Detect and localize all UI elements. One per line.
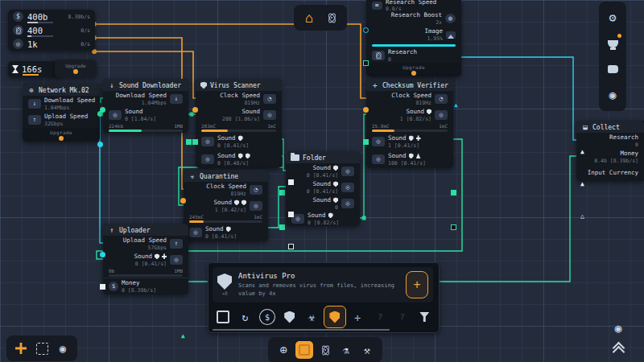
recenter-button[interactable]: ◉ [55,340,71,356]
locked-slot[interactable]: ? [369,306,390,327]
tools-tab[interactable]: ⚒ [358,341,376,359]
research-speed-label: Research Speed [386,0,436,6]
sound-output-port[interactable] [186,139,192,145]
research-output-port[interactable]: ▲ [452,102,460,109]
collapse-button[interactable] [609,341,628,359]
lab-tab[interactable]: ⚗ [337,341,355,359]
sound-file-icon: ◎ [341,167,354,176]
research-tab[interactable] [316,341,334,359]
cycle-progress: 25.9mC 1mC [366,123,453,133]
sync-icon[interactable]: ↻ [235,306,256,327]
research-upgrade-button[interactable]: Upgrade [366,63,461,76]
home-button[interactable]: ⌂ [300,9,318,27]
shield-icon [200,82,207,89]
image-input-port[interactable] [363,60,369,66]
move-icon [15,343,27,354]
filter-icon[interactable] [414,306,435,327]
antivirus-pro-slot[interactable] [324,306,346,328]
sound-input-port[interactable] [192,139,198,145]
money-icon: $ [13,11,23,22]
view-switcher: ⌂ [294,5,347,31]
sound-file-icon: ◎ [341,183,354,192]
node-collect[interactable]: ⬓Collect ▲ Research0 ▲ Money0.4b [8.39b/… [576,121,644,181]
shield-virus-icon[interactable] [279,306,300,327]
sound-infected-output-port[interactable] [279,224,285,230]
research-input-port[interactable]: ▲ [579,149,586,155]
money-item-icon[interactable]: $ [259,309,275,325]
folder-input-port-2[interactable] [288,212,294,217]
shield-tag-icon [409,135,414,141]
folder-input-port-1[interactable] [288,179,294,185]
sound-clean-output-port[interactable] [279,190,285,195]
cycle-progress: 245mC 1mC [184,214,268,224]
sound-input-port[interactable] [363,139,369,145]
clock-icon: ◔ [250,185,262,195]
clock-input-port[interactable] [180,198,186,204]
node-title: Folder [303,154,326,162]
money-value: 400b [27,12,47,22]
currency-input-port[interactable]: △ [579,213,586,220]
resource-panel: $ 400b 8.39b/s 400 0/s ◎ 1k 0/s [8,10,95,51]
sound-file-icon: ◎ [263,110,276,120]
resource-upgrade-button[interactable]: Upgrade [55,60,97,77]
node-virus-scanner[interactable]: Virus Scanner Clock Speed819Hz ◔ Sound20… [196,79,282,168]
settings-button[interactable]: ⚙ [601,6,624,29]
corrupt-output-port[interactable] [451,224,456,230]
shield-tag-icon [226,226,231,232]
timer-panel: 166s [8,61,60,77]
select-tool-button[interactable] [34,340,50,356]
node-network[interactable]: ⊕Network Mk.02 ↓ Download Speed1.04Mbps … [23,84,100,142]
cpu-chip-icon[interactable] [213,306,233,327]
puzzle-tag-icon [162,253,167,259]
node-quarantine[interactable]: ☣Quarantine Clock Speed819Hz ◔ Sound 1 [… [184,170,268,241]
network-tab[interactable]: ⊕ [275,341,292,359]
achievements-button[interactable] [601,32,624,55]
clock-input-port[interactable] [192,107,198,113]
biohazard-icon[interactable]: ☣ [302,306,323,327]
research-progress [366,43,461,48]
shop-scrollbar[interactable] [213,329,390,331]
node-title: Uploader [119,227,151,234]
research-rate: 0/s [80,27,90,34]
target-button[interactable]: ◉ [601,84,624,106]
shield-tag-icon [328,212,333,218]
money-output-port[interactable]: ▲ [180,333,187,339]
download-input-port[interactable] [100,107,105,113]
network-upgrade-button[interactable]: Upgrade [23,128,100,142]
node-folder[interactable]: Folder Sound 0 [0.41/s] ◎ Sound 0 [0.41/… [286,151,360,226]
sound-file-icon: ◎ [201,137,214,146]
coin-icon [59,136,64,141]
game-canvas[interactable]: $ 400b 8.39b/s 400 0/s ◎ 1k 0/s 166s Upg… [0,0,644,362]
locate-button[interactable]: ◉ [609,319,628,338]
shield-tag-icon [155,253,159,259]
research-boost-input-port[interactable] [363,27,369,33]
buy-button[interactable]: + [406,271,428,298]
atom-icon [372,51,385,60]
upload-speed-input-port[interactable] [100,252,105,257]
factory-tab-selected[interactable] [295,341,313,359]
upgrade-label: Upgrade [402,64,425,70]
codex-button[interactable] [601,58,624,80]
verified-output-port[interactable] [451,190,456,195]
research-station-panel[interactable]: ≡ Research Speed 0.0/s Research Boost 2x… [366,0,461,76]
bottom-dock: ⊕ ⚗ ⚒ [268,337,382,362]
clock-input-port[interactable] [363,107,369,113]
money-input-port[interactable]: ▲ [579,181,586,187]
node-uploader[interactable]: ↑Uploader Upload Speed57Gbps ↑ Sound 0 [… [103,224,188,294]
shop-item-title: Antivirus Pro [238,272,399,281]
data-resource: ◎ 1k 0/s [8,37,95,51]
research-view-button[interactable] [323,9,341,27]
notification-dot [617,34,621,38]
locked-slot[interactable]: ? [392,306,413,327]
node-title: Quarantine [200,173,238,180]
sound-input-port[interactable] [100,284,105,290]
shop-tray: ↻ $ ☣ ✛ ? ? [213,306,435,328]
shield-tag-icon [333,197,338,203]
node-sound-downloader[interactable]: ↓Sound Downloader Download Speed1.04Mbps… [103,79,188,133]
biohazard-icon: ☣ [188,172,196,180]
folder-input-port-3[interactable] [288,244,294,249]
puzzle-icon[interactable]: ✛ [348,306,369,327]
pan-tool-button[interactable] [13,340,29,356]
upload-output-port[interactable] [97,142,103,147]
node-checksum-verifier[interactable]: ✛Checksum Verifier Clock Speed819Hz ◔ So… [366,79,453,168]
